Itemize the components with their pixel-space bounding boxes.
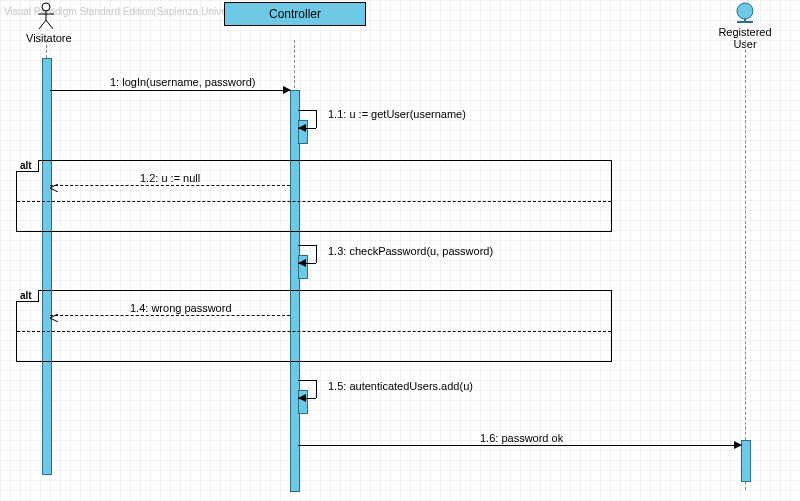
svg-line-8 [50,184,58,188]
message-checkpassword-label: 1.3: checkPassword(u, password) [328,245,493,257]
lifeline-head-controller: Controller [224,2,366,26]
arrow-left-icon [298,394,306,402]
svg-line-10 [50,314,58,318]
message-addauth-label: 1.5: autenticatedUsers.add(u) [328,380,473,392]
stick-figure-icon [36,2,56,30]
lifeline-registered [745,40,746,490]
fragment-alt-2: alt [16,290,612,362]
svg-line-11 [50,318,58,322]
activation-registered [741,440,751,482]
actor-visitor: Visitatore [26,2,66,44]
message-u-null [50,185,290,186]
svg-line-3 [39,20,46,29]
fragment-alt-1-operator: alt [16,160,39,172]
arrow-open-left-icon [49,184,59,192]
arrow-right-icon [734,441,742,449]
arrow-right-icon [283,86,291,94]
message-u-null-label: 1.2: u := null [140,172,200,184]
svg-point-0 [42,3,50,11]
fragment-alt-2-operator: alt [16,290,39,302]
arrow-open-left-icon [49,314,59,322]
message-password-ok [298,445,741,446]
svg-line-9 [50,188,58,192]
fragment-alt-1: alt [16,160,612,232]
entity-circle-icon [734,2,756,24]
controller-label: Controller [269,7,321,21]
message-wrong-password [50,315,290,316]
message-getuser-label: 1.1: u := getUser(username) [328,108,466,120]
message-password-ok-label: 1.6: password ok [480,432,563,444]
svg-line-4 [46,20,53,29]
sequence-diagram: { "watermark": "Visual Paradigm Standard… [0,0,800,501]
message-login [50,90,290,91]
arrow-left-icon [298,124,306,132]
arrow-left-icon [298,259,306,267]
message-wrong-password-label: 1.4: wrong password [130,302,232,314]
svg-point-5 [737,3,753,19]
message-login-label: 1: logIn(username, password) [110,76,256,88]
activation-visitor [42,58,52,475]
fragment-separator [17,331,611,332]
fragment-separator [17,201,611,202]
